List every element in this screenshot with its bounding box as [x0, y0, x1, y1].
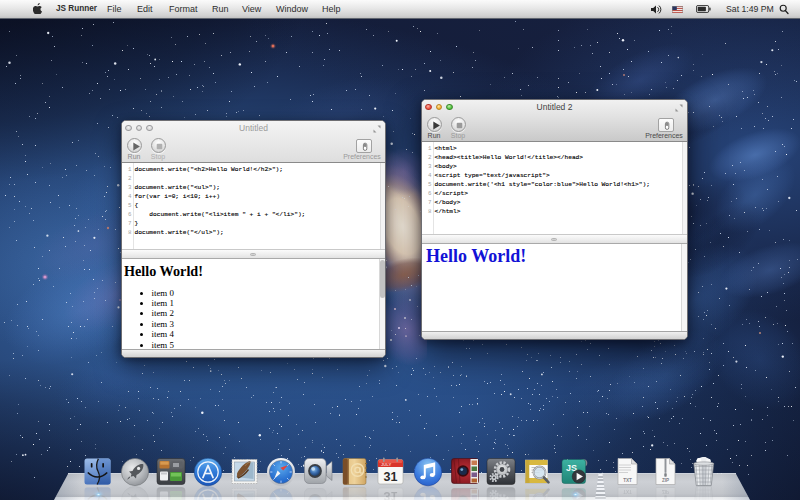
svg-text:TXT: TXT	[623, 478, 632, 483]
svg-text:ZIP: ZIP	[662, 478, 669, 483]
svg-text:31: 31	[384, 489, 398, 500]
svg-text:JULY: JULY	[381, 462, 392, 467]
svg-text:31: 31	[384, 470, 398, 484]
